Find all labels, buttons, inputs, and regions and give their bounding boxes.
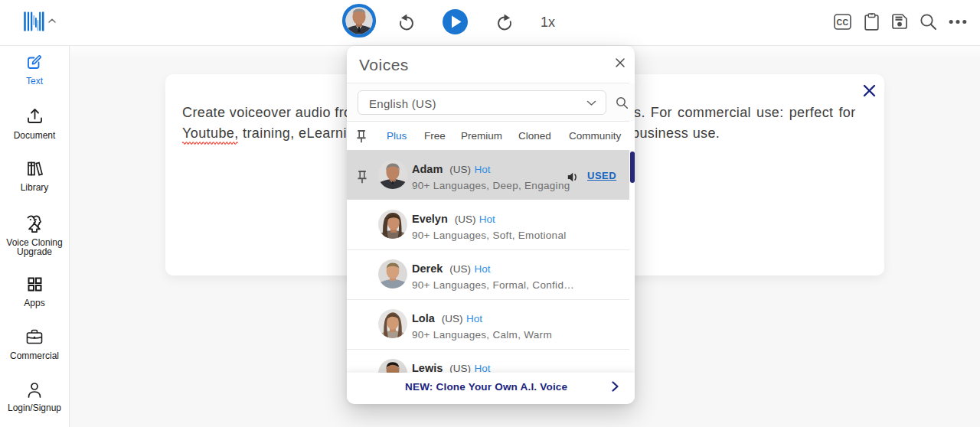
svg-text:CC: CC [836,18,848,27]
